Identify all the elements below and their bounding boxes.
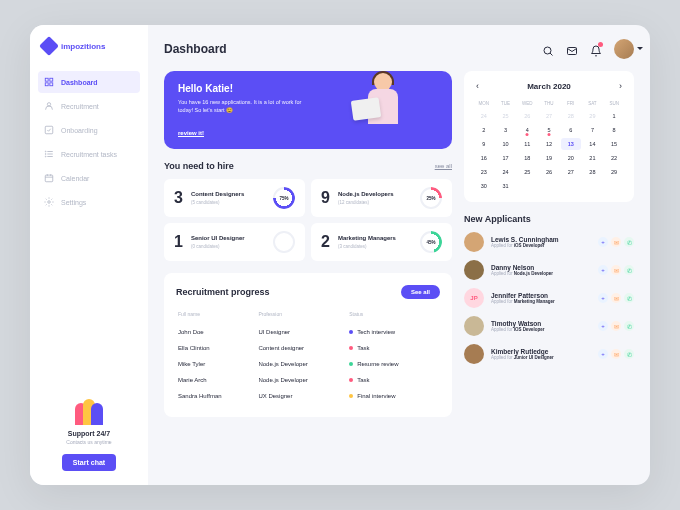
user-plus-icon[interactable]: + — [598, 237, 608, 247]
calendar-day[interactable]: 19 — [539, 152, 559, 164]
svg-rect-12 — [45, 175, 53, 182]
calendar-day[interactable]: 4 — [517, 124, 537, 136]
phone-icon[interactable]: ✆ — [624, 265, 634, 275]
table-row[interactable]: Ella ClintionContent designerTask — [178, 341, 438, 355]
calendar-day[interactable]: 23 — [474, 166, 494, 178]
calendar-day[interactable]: 25 — [496, 110, 516, 122]
progress-see-all-button[interactable]: See all — [401, 285, 440, 299]
calendar-day[interactable]: 28 — [583, 166, 603, 178]
calendar-prev-button[interactable]: ‹ — [474, 81, 481, 91]
support-card: Support 24/7 Contacts us anytime Start c… — [30, 397, 148, 471]
user-plus-icon[interactable]: + — [598, 349, 608, 359]
calendar-day[interactable]: 18 — [517, 152, 537, 164]
calendar-day[interactable]: 24 — [496, 166, 516, 178]
calendar-day[interactable]: 25 — [517, 166, 537, 178]
user-avatar[interactable] — [614, 39, 634, 59]
mail-icon[interactable]: ✉ — [611, 293, 621, 303]
hire-role: Marketing Managers — [338, 235, 412, 242]
applicant-row[interactable]: Lewis S. CunninghamApplied for iOS Devel… — [464, 232, 634, 252]
hire-card[interactable]: 1Senior UI Designer(0 candidates) — [164, 223, 305, 261]
ring-percent: 25% — [426, 196, 435, 201]
applicant-row[interactable]: JPJennifer PattersonApplied for Marketin… — [464, 288, 634, 308]
hire-card[interactable]: 9Node.js Developers(12 candidates)25% — [311, 179, 452, 217]
calendar-day[interactable]: 27 — [539, 110, 559, 122]
hero-illustration — [342, 71, 412, 149]
support-subtitle: Contacts us anytime — [40, 439, 138, 445]
calendar-day[interactable]: 6 — [561, 124, 581, 136]
nav-item-recruitment-tasks[interactable]: Recruitment tasks — [38, 143, 140, 165]
calendar-day[interactable]: 3 — [496, 124, 516, 136]
calendar-day[interactable]: 5 — [539, 124, 559, 136]
calendar-day[interactable]: 9 — [474, 138, 494, 150]
table-row[interactable]: Sandra HuffmanUX DesignerFinal interview — [178, 389, 438, 403]
search-icon[interactable] — [542, 43, 554, 55]
calendar-day[interactable]: 14 — [583, 138, 603, 150]
progress-title: Recruitment progress — [176, 287, 270, 297]
calendar-day[interactable]: 12 — [539, 138, 559, 150]
calendar-day[interactable]: 31 — [496, 180, 516, 192]
calendar-day[interactable]: 17 — [496, 152, 516, 164]
calendar-day[interactable]: 26 — [539, 166, 559, 178]
table-row[interactable]: Mike TylerNode.js DeveloperResume review — [178, 357, 438, 371]
user-plus-icon[interactable]: + — [598, 321, 608, 331]
hire-card[interactable]: 3Content Designers(5 candidates)75% — [164, 179, 305, 217]
logo[interactable]: impozitions — [30, 39, 148, 53]
applicant-name: Jennifer Patterson — [491, 292, 591, 299]
calendar-day[interactable]: 30 — [474, 180, 494, 192]
calendar-day[interactable]: 15 — [604, 138, 624, 150]
mail-icon[interactable]: ✉ — [611, 265, 621, 275]
calendar-day[interactable]: 29 — [604, 166, 624, 178]
calendar-day[interactable]: 8 — [604, 124, 624, 136]
user-plus-icon[interactable]: + — [598, 293, 608, 303]
phone-icon[interactable]: ✆ — [624, 349, 634, 359]
start-chat-button[interactable]: Start chat — [62, 454, 116, 471]
calendar-next-button[interactable]: › — [617, 81, 624, 91]
calendar-day[interactable]: 7 — [583, 124, 603, 136]
calendar-day[interactable]: 16 — [474, 152, 494, 164]
user-plus-icon[interactable]: + — [598, 265, 608, 275]
progress-table: Full nameProfessionStatus John DoeUI Des… — [176, 309, 440, 405]
hire-role: Content Designers — [191, 191, 265, 198]
calendar-day[interactable]: 1 — [604, 110, 624, 122]
calendar-day[interactable]: 28 — [561, 110, 581, 122]
phone-icon[interactable]: ✆ — [624, 321, 634, 331]
hire-card[interactable]: 2Marketing Managers(3 candidates)45% — [311, 223, 452, 261]
applicants-list: Lewis S. CunninghamApplied for iOS Devel… — [464, 232, 634, 364]
hero-review-link[interactable]: review it! — [178, 130, 204, 136]
applicant-actions: +✉✆ — [598, 321, 634, 331]
nav-item-dashboard[interactable]: Dashboard — [38, 71, 140, 93]
table-row[interactable]: Marie ArchNode.js DeveloperTask — [178, 373, 438, 387]
mail-icon[interactable] — [566, 43, 578, 55]
nav-item-calendar[interactable]: Calendar — [38, 167, 140, 189]
calendar-day[interactable]: 29 — [583, 110, 603, 122]
applicant-row[interactable]: Timothy WatsonApplied for iOS Developer+… — [464, 316, 634, 336]
mail-icon[interactable]: ✉ — [611, 237, 621, 247]
nav-item-settings[interactable]: Settings — [38, 191, 140, 213]
mail-icon[interactable]: ✉ — [611, 349, 621, 359]
table-row[interactable]: John DoeUI DesignerTech interview — [178, 325, 438, 339]
hire-see-all-link[interactable]: see all — [435, 163, 452, 169]
phone-icon[interactable]: ✆ — [624, 293, 634, 303]
bell-icon[interactable] — [590, 43, 602, 55]
calendar-day[interactable]: 24 — [474, 110, 494, 122]
calendar-day[interactable]: 27 — [561, 166, 581, 178]
calendar-day[interactable]: 11 — [517, 138, 537, 150]
calendar-day[interactable]: 20 — [561, 152, 581, 164]
calendar-day[interactable]: 21 — [583, 152, 603, 164]
mail-icon[interactable]: ✉ — [611, 321, 621, 331]
ring-percent: 45% — [426, 240, 435, 245]
nav-item-onboarding[interactable]: Onboarding — [38, 119, 140, 141]
applicant-avatar: JP — [464, 288, 484, 308]
calendar-day[interactable]: 22 — [604, 152, 624, 164]
applicant-row[interactable]: Danny NelsonApplied for Node.js Develope… — [464, 260, 634, 280]
phone-icon[interactable]: ✆ — [624, 237, 634, 247]
calendar-dow: MON — [474, 99, 494, 108]
calendar-day[interactable]: 26 — [517, 110, 537, 122]
svg-point-11 — [45, 156, 46, 157]
calendar-day[interactable]: 13 — [561, 138, 581, 150]
calendar-day[interactable]: 10 — [496, 138, 516, 150]
progress-ring — [273, 231, 295, 253]
calendar-day[interactable]: 2 — [474, 124, 494, 136]
nav-item-recruitment[interactable]: Recruitment — [38, 95, 140, 117]
applicant-row[interactable]: Kimberly RutledgeApplied for Junior UI D… — [464, 344, 634, 364]
